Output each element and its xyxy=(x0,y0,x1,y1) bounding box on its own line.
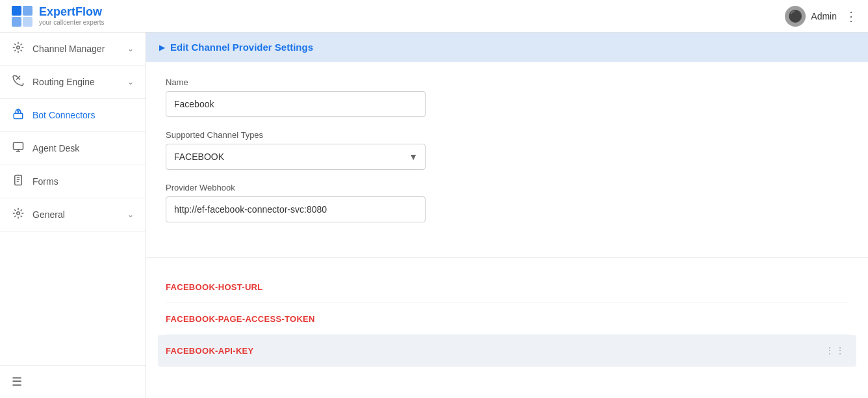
section-header-title: Edit Channel Provider Settings xyxy=(170,42,313,53)
logo-text: ExpertFlow your callcenter experts xyxy=(39,6,105,26)
logo-title: ExpertFlow xyxy=(39,6,105,19)
name-group: Name xyxy=(166,77,849,117)
webhook-input[interactable] xyxy=(166,196,426,222)
sidebar-item-general[interactable]: General ⌄ xyxy=(0,198,146,232)
sidebar-item-bot-connectors[interactable]: Bot Connectors xyxy=(0,99,146,132)
svg-rect-0 xyxy=(12,6,21,16)
sidebar-footer[interactable]: ☰ xyxy=(0,365,146,398)
sidebar-label-agent-desk: Agent Desk xyxy=(32,143,79,153)
sidebar-footer-icon: ☰ xyxy=(12,375,22,388)
agent-desk-icon xyxy=(12,141,25,155)
sidebar-item-agent-desk[interactable]: Agent Desk xyxy=(0,132,146,165)
routing-engine-chevron: ⌄ xyxy=(127,77,134,86)
general-chevron: ⌄ xyxy=(127,210,134,219)
name-input[interactable] xyxy=(166,91,426,117)
header-right: ⚫ Admin ⋮ xyxy=(785,6,858,27)
section-header: ▶ Edit Channel Provider Settings xyxy=(146,33,868,62)
config-row-facebook-api-key: FACEBOOK-API-KEY ⋮⋮ xyxy=(158,335,856,367)
form-area: Name Supported Channel Types FACEBOOK TW… xyxy=(146,62,868,251)
config-row-facebook-host-url: FACEBOOK-HOST-URL xyxy=(166,271,849,303)
webhook-group: Provider Webhook xyxy=(166,183,849,222)
bot-connectors-icon xyxy=(12,108,25,122)
logo-area: ExpertFlow your callcenter experts xyxy=(10,5,105,28)
section-header-arrow: ▶ xyxy=(159,43,165,52)
svg-rect-1 xyxy=(23,6,32,16)
channel-manager-icon xyxy=(12,42,25,56)
config-section: FACEBOOK-HOST-URL FACEBOOK-PAGE-ACCESS-T… xyxy=(146,271,868,380)
user-icon: ⚫ xyxy=(788,9,802,23)
main-layout: Channel Manager ⌄ Routing Engine ⌄ Bot C… xyxy=(0,33,868,398)
sidebar-label-channel-manager: Channel Manager xyxy=(32,44,105,54)
top-header: ExpertFlow your callcenter experts ⚫ Adm… xyxy=(0,0,868,33)
sidebar: Channel Manager ⌄ Routing Engine ⌄ Bot C… xyxy=(0,33,146,398)
webhook-label: Provider Webhook xyxy=(166,183,849,192)
sidebar-item-routing-engine[interactable]: Routing Engine ⌄ xyxy=(0,66,146,99)
sidebar-item-channel-manager[interactable]: Channel Manager ⌄ xyxy=(0,33,146,66)
channel-types-label: Supported Channel Types xyxy=(166,130,849,140)
content-area: ▶ Edit Channel Provider Settings Name Su… xyxy=(146,33,868,398)
config-row-facebook-page-access-token: FACEBOOK-PAGE-ACCESS-TOKEN xyxy=(166,303,849,335)
sidebar-label-general: General xyxy=(32,209,65,220)
svg-rect-7 xyxy=(14,113,23,118)
drag-handle-icon: ⋮⋮ xyxy=(825,345,846,356)
avatar: ⚫ xyxy=(785,6,806,27)
sidebar-item-forms[interactable]: Forms xyxy=(0,165,146,198)
name-label: Name xyxy=(166,77,849,87)
logo-icon xyxy=(10,5,34,28)
channel-types-select[interactable]: FACEBOOK TWITTER WEB EMAIL xyxy=(166,144,426,170)
form-divider xyxy=(146,258,868,258)
routing-engine-icon xyxy=(12,75,25,89)
config-row-label-facebook-host-url: FACEBOOK-HOST-URL xyxy=(166,282,263,292)
channel-types-group: Supported Channel Types FACEBOOK TWITTER… xyxy=(166,130,849,170)
sidebar-label-bot-connectors: Bot Connectors xyxy=(32,110,96,120)
svg-rect-9 xyxy=(14,142,23,150)
sidebar-label-routing-engine: Routing Engine xyxy=(32,77,95,87)
general-icon xyxy=(12,207,25,222)
svg-rect-2 xyxy=(12,17,21,27)
config-row-label-facebook-api-key: FACEBOOK-API-KEY xyxy=(166,346,254,356)
svg-point-4 xyxy=(17,46,20,49)
svg-rect-3 xyxy=(23,17,32,27)
channel-manager-chevron: ⌄ xyxy=(127,44,134,53)
logo-subtitle: your callcenter experts xyxy=(39,19,105,26)
sidebar-label-forms: Forms xyxy=(32,176,58,187)
kebab-menu-icon[interactable]: ⋮ xyxy=(845,8,858,24)
channel-types-wrapper: FACEBOOK TWITTER WEB EMAIL ▼ xyxy=(166,144,426,170)
forms-icon xyxy=(12,174,25,189)
config-row-label-facebook-page-access-token: FACEBOOK-PAGE-ACCESS-TOKEN xyxy=(166,314,315,324)
admin-area[interactable]: ⚫ Admin xyxy=(785,6,837,27)
svg-point-16 xyxy=(17,212,20,215)
admin-name: Admin xyxy=(811,11,837,21)
